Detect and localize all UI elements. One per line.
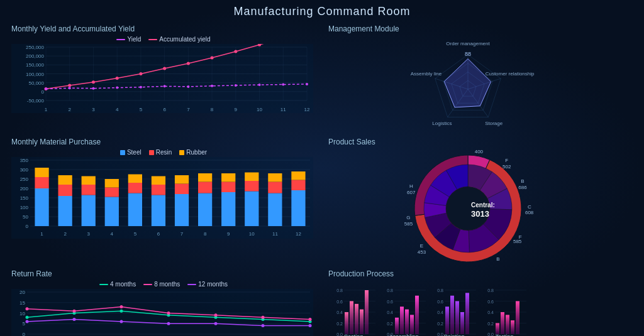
return-panel: Return Rate 4 months 8 months 12 months — [5, 266, 322, 336]
radar-container — [328, 36, 633, 130]
yield-legend-accumulated: Accumulated yield — [148, 36, 210, 43]
management-title: Management Module — [328, 24, 633, 33]
donut-chart-canvas — [380, 149, 581, 262]
process-panel: Production Process — [322, 266, 639, 336]
material-chart-canvas — [11, 157, 313, 239]
sales-title: Product Sales — [328, 138, 633, 146]
return-chart-canvas — [11, 289, 313, 336]
process-chart-canvas — [328, 281, 530, 336]
material-panel: Monthly Material Purchase Steel Resin Ru… — [5, 134, 322, 266]
radar-chart-canvas — [386, 36, 575, 130]
donut-container — [328, 149, 633, 262]
page-title: Manufacturing Command Room — [0, 0, 644, 21]
process-title: Production Process — [328, 269, 633, 278]
yield-legend: Yield Accumulated yield — [11, 36, 316, 43]
return-title: Return Rate — [11, 269, 316, 278]
yield-title: Monthly Yield and Accumulated Yield — [11, 24, 316, 33]
sales-panel: Product Sales — [322, 134, 639, 266]
yield-chart-canvas — [11, 44, 313, 113]
management-panel: Management Module — [322, 21, 639, 134]
yield-panel: Monthly Yield and Accumulated Yield Yiel… — [5, 21, 322, 134]
material-title: Monthly Material Purchase — [11, 138, 316, 146]
return-legend: 4 months 8 months 12 months — [11, 281, 316, 288]
material-legend: Steel Resin Rubber — [11, 149, 316, 156]
yield-legend-yield: Yield — [116, 36, 141, 43]
